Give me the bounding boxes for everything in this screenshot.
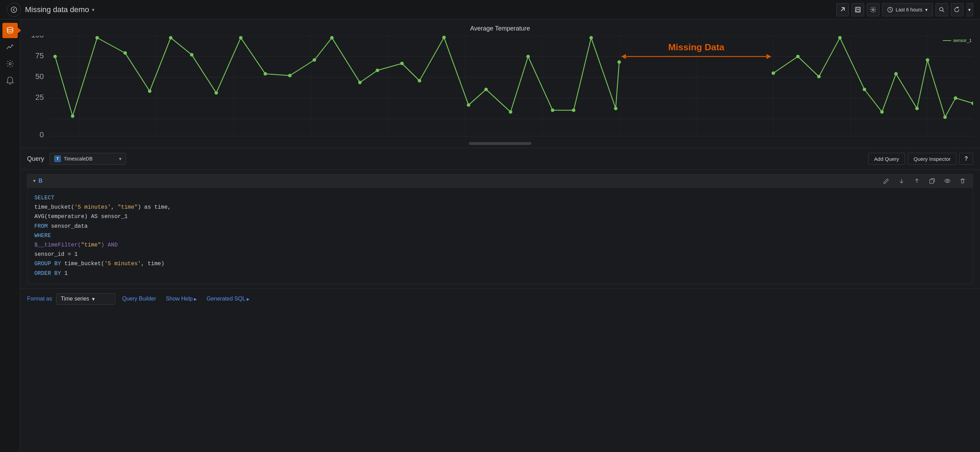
move-down-button[interactable] xyxy=(896,177,907,185)
chart-point xyxy=(288,74,291,77)
code-fn-time-bucket: time_bucket( xyxy=(34,204,74,210)
query-panel: Query T TimescaleDB ▾ Add Query Query In… xyxy=(20,147,980,309)
chart-point xyxy=(71,114,74,118)
chart-point xyxy=(239,36,243,40)
dashboard-title[interactable]: Missing data demo ▾ xyxy=(25,5,94,14)
title-text: Missing data demo xyxy=(25,5,89,14)
show-help-caret: ▸ xyxy=(194,296,197,302)
chart-point xyxy=(772,71,775,75)
query-inspector-button[interactable]: Query Inspector xyxy=(908,153,957,165)
svg-point-0 xyxy=(11,7,17,13)
chart-point xyxy=(169,36,172,40)
svg-text:25: 25 xyxy=(35,93,44,102)
chart-point xyxy=(418,79,421,82)
missing-data-label: Missing Data xyxy=(668,42,724,52)
chart-point xyxy=(148,89,151,93)
format-value: Time series xyxy=(61,296,89,302)
code-select: SELECT xyxy=(34,195,54,201)
legend-label: sensor_1 xyxy=(953,38,972,43)
time-range-button[interactable]: Last 6 hours ▾ xyxy=(882,3,933,16)
format-caret: ▾ xyxy=(92,296,95,302)
svg-text:75: 75 xyxy=(35,51,44,60)
chart-point xyxy=(215,91,218,95)
query-builder-button[interactable]: Query Builder xyxy=(119,293,159,304)
svg-text:0: 0 xyxy=(40,130,44,139)
query-header-actions: Add Query Query Inspector ? xyxy=(868,153,973,165)
main-content: Average Temperature sensor_1 100 75 50 2… xyxy=(20,19,980,452)
chart-scrollbar[interactable] xyxy=(469,142,531,145)
sidebar-item-chart[interactable] xyxy=(2,40,18,55)
code-sensor-id: sensor_id = 1 xyxy=(34,251,78,257)
svg-text:100: 100 xyxy=(31,36,44,39)
chart-point xyxy=(915,107,919,110)
chart-area: Average Temperature sensor_1 100 75 50 2… xyxy=(20,19,980,147)
chart-point xyxy=(264,72,267,76)
delete-query-button[interactable] xyxy=(958,177,968,185)
chart-point xyxy=(509,110,512,114)
chart-point xyxy=(467,103,470,107)
title-caret: ▾ xyxy=(92,7,94,13)
svg-text:50: 50 xyxy=(35,72,44,81)
query-block-b-actions xyxy=(881,177,968,185)
save-button[interactable] xyxy=(851,3,864,16)
sidebar-item-datasource[interactable] xyxy=(2,23,18,38)
query-block-b-header: ▼ B xyxy=(27,174,973,188)
chart-point xyxy=(376,69,379,72)
code-order-by: ORDER BY xyxy=(34,270,61,277)
chart-point xyxy=(551,108,554,112)
show-help-button[interactable]: Show Help ▸ xyxy=(163,293,200,305)
share-button[interactable] xyxy=(836,3,849,16)
toggle-visibility-button[interactable] xyxy=(942,177,953,185)
query-header: Query T TimescaleDB ▾ Add Query Query In… xyxy=(20,148,980,170)
generated-sql-button[interactable]: Generated SQL ▸ xyxy=(204,293,252,305)
edit-query-button[interactable] xyxy=(881,177,891,185)
generated-sql-caret: ▸ xyxy=(247,296,250,302)
chart-point xyxy=(617,60,621,64)
chart-legend: sensor_1 xyxy=(943,38,972,43)
chart-point xyxy=(313,58,316,62)
chart-point xyxy=(796,55,800,58)
move-up-button[interactable] xyxy=(912,177,922,185)
back-button[interactable] xyxy=(7,3,21,17)
svg-rect-44 xyxy=(930,179,934,183)
chart-point xyxy=(53,55,57,58)
chart-point xyxy=(614,107,617,110)
datasource-name: TimescaleDB xyxy=(64,156,93,162)
search-button[interactable] xyxy=(935,3,948,16)
help-button[interactable]: ? xyxy=(959,153,973,165)
time-range-label: Last 6 hours xyxy=(896,7,923,13)
chart-point xyxy=(527,55,530,58)
chart-point xyxy=(817,75,821,78)
format-as-label: Format as xyxy=(27,296,52,302)
settings-button[interactable] xyxy=(867,3,879,16)
code-where: WHERE xyxy=(34,233,51,239)
datasource-icon: T xyxy=(54,155,61,162)
add-query-button[interactable]: Add Query xyxy=(868,153,905,165)
query-block-id: B xyxy=(38,178,43,184)
chart-point xyxy=(880,110,883,114)
chart-line-sensor1 xyxy=(55,37,619,116)
chart-point xyxy=(400,62,404,65)
query-block-b: ▼ B xyxy=(27,174,973,284)
datasource-caret: ▾ xyxy=(119,156,121,162)
refresh-caret-button[interactable]: ▾ xyxy=(966,3,973,16)
chart-point xyxy=(442,36,445,39)
chart-point xyxy=(589,36,593,40)
datasource-select[interactable]: T TimescaleDB ▾ xyxy=(49,153,126,165)
chart-point xyxy=(190,53,193,57)
chart-svg: 100 75 50 25 0 13:30 14:00 14:30 15:00 1… xyxy=(27,36,973,140)
sidebar-item-settings[interactable] xyxy=(2,56,18,71)
chart-point xyxy=(838,36,842,40)
duplicate-query-button[interactable] xyxy=(927,177,937,185)
sidebar-item-alerts[interactable] xyxy=(2,73,18,88)
datasource-icon-text: T xyxy=(57,157,59,161)
refresh-button[interactable] xyxy=(951,3,963,16)
chart-container: sensor_1 100 75 50 25 0 13:30 14:00 14 xyxy=(27,36,973,140)
chart-point xyxy=(894,72,898,76)
format-select[interactable]: Time series ▾ xyxy=(56,293,115,305)
chart-point xyxy=(124,51,127,55)
chart-point xyxy=(358,81,361,84)
chart-title: Average Temperature xyxy=(27,25,973,32)
chart-point xyxy=(926,58,929,62)
top-nav: Missing data demo ▾ xyxy=(0,0,980,19)
